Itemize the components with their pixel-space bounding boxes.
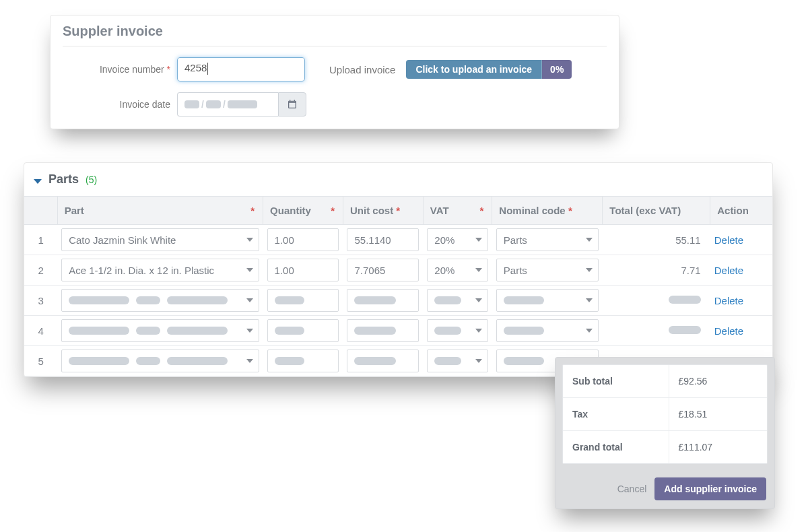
chevron-down-icon <box>246 268 253 272</box>
table-row: 4 Delete <box>24 316 772 346</box>
part-select[interactable] <box>61 350 259 372</box>
vat-select[interactable]: 20% <box>427 259 487 281</box>
totals-table: Sub total £92.56 Tax £18.51 Grand total … <box>562 364 768 464</box>
vat-select[interactable] <box>427 289 487 312</box>
row-number: 4 <box>24 316 57 346</box>
chevron-down-icon <box>586 268 593 272</box>
chevron-down-icon <box>246 329 253 333</box>
subtotal-value: £92.56 <box>669 365 767 397</box>
unit-cost-input[interactable]: 7.7065 <box>347 259 419 281</box>
chevron-down-icon <box>586 238 593 242</box>
delete-button[interactable]: Delete <box>710 234 743 246</box>
upload-invoice-button-label: Click to upload an invoice <box>406 60 542 79</box>
col-quantity: Quantity* <box>263 197 343 225</box>
chevron-down-icon <box>586 329 593 333</box>
part-select[interactable] <box>61 319 259 342</box>
unit-cost-input[interactable]: 55.1140 <box>347 228 419 251</box>
delete-button[interactable]: Delete <box>710 265 743 276</box>
text-cursor-icon <box>207 63 208 75</box>
col-nominal-code: Nominal code * <box>492 197 603 225</box>
row-total <box>603 286 710 316</box>
chevron-down-icon <box>586 298 593 302</box>
parts-count: (5) <box>86 174 97 185</box>
grand-total-label: Grand total <box>563 431 669 463</box>
unit-cost-input[interactable] <box>347 319 419 342</box>
col-unit-cost: Unit cost * <box>343 197 423 225</box>
chevron-down-icon <box>246 238 253 242</box>
chevron-down-icon <box>475 268 482 272</box>
cancel-button[interactable]: Cancel <box>617 484 647 494</box>
grand-total-value: £111.07 <box>669 431 767 463</box>
nominal-code-select[interactable]: Parts <box>496 259 599 281</box>
parts-section-title: Parts <box>48 172 79 187</box>
row-number: 3 <box>24 286 57 316</box>
col-index <box>24 197 57 225</box>
chevron-down-icon <box>475 359 482 363</box>
tax-label: Tax <box>563 398 669 430</box>
tax-value: £18.51 <box>669 398 767 430</box>
row-total: 7.71 <box>603 255 710 286</box>
part-select[interactable] <box>61 289 259 312</box>
table-row: 2 Ace 1-1/2 in. Dia. x 12 in. Plastic 1.… <box>24 255 772 286</box>
totals-footer: Cancel Add supplier invoice <box>556 471 774 508</box>
unit-cost-input[interactable] <box>347 350 419 372</box>
part-select[interactable]: Ace 1-1/2 in. Dia. x 12 in. Plastic <box>61 259 259 281</box>
nominal-code-select[interactable] <box>496 319 599 342</box>
parts-card: Parts (5) Part* Quantity* Unit cost * VA… <box>24 162 773 377</box>
upload-invoice-label: Upload invoice <box>329 64 395 75</box>
chevron-down-icon <box>475 329 482 333</box>
row-number: 1 <box>24 225 57 255</box>
upload-progress-label: 0% <box>542 60 572 79</box>
delete-button[interactable]: Delete <box>710 325 743 337</box>
calendar-icon[interactable] <box>278 92 306 117</box>
nominal-code-select[interactable]: Parts <box>496 228 599 251</box>
quantity-input[interactable] <box>267 289 339 312</box>
col-action: Action <box>710 197 772 225</box>
delete-button[interactable]: Delete <box>710 295 743 306</box>
table-row: 3 Delete <box>24 286 772 316</box>
invoice-number-input[interactable]: 4258 <box>177 57 305 81</box>
row-number: 2 <box>24 255 57 286</box>
invoice-date-label: Invoice date <box>63 99 177 110</box>
vat-select[interactable]: 20% <box>427 228 487 251</box>
parts-table: Part* Quantity* Unit cost * VAT* Nominal… <box>24 196 772 376</box>
add-supplier-invoice-button[interactable]: Add supplier invoice <box>654 477 766 500</box>
chevron-down-icon <box>246 359 253 363</box>
quantity-input[interactable] <box>267 319 339 342</box>
parts-section-header[interactable]: Parts (5) <box>24 163 772 196</box>
col-total: Total (exc VAT) <box>603 197 710 225</box>
invoice-number-label: Invoice number * <box>63 64 177 75</box>
vat-select[interactable] <box>427 319 487 342</box>
invoice-date-input[interactable]: // <box>177 92 278 117</box>
required-star-icon: * <box>167 64 170 75</box>
invoice-date-row: Invoice date // <box>63 81 607 117</box>
vat-select[interactable] <box>427 350 487 372</box>
col-part: Part* <box>57 197 263 225</box>
invoice-number-row: Invoice number * 4258 Upload invoice Cli… <box>63 46 607 81</box>
nominal-code-select[interactable] <box>496 289 599 312</box>
supplier-invoice-card: Suppler invoice Invoice number * 4258 Up… <box>50 15 619 129</box>
unit-cost-input[interactable] <box>347 289 419 312</box>
subtotal-label: Sub total <box>563 365 669 397</box>
row-total: 55.11 <box>603 225 710 255</box>
chevron-down-icon <box>246 298 253 302</box>
card-title: Suppler invoice <box>63 24 607 46</box>
quantity-input[interactable]: 1.00 <box>267 259 339 281</box>
row-total <box>603 316 710 346</box>
chevron-down-icon <box>34 175 43 185</box>
upload-invoice-button[interactable]: Click to upload an invoice 0% <box>406 60 572 79</box>
quantity-input[interactable] <box>267 350 339 372</box>
chevron-down-icon <box>475 298 482 302</box>
totals-card: Sub total £92.56 Tax £18.51 Grand total … <box>555 357 775 509</box>
quantity-input[interactable]: 1.00 <box>267 228 339 251</box>
row-number: 5 <box>24 346 57 376</box>
col-vat: VAT* <box>423 197 492 225</box>
table-row: 1 Cato Jazmin Sink White 1.00 55.1140 20… <box>24 225 772 255</box>
part-select[interactable]: Cato Jazmin Sink White <box>61 228 259 251</box>
chevron-down-icon <box>475 238 482 242</box>
